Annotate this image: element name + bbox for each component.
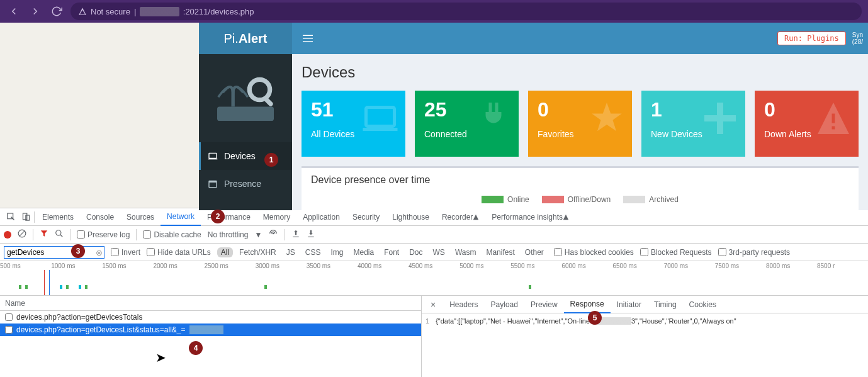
filter-type-media[interactable]: Media bbox=[349, 247, 378, 257]
devtools-tab-security[interactable]: Security bbox=[346, 208, 386, 226]
response-tab-initiator[interactable]: Initiator bbox=[611, 296, 648, 313]
response-body[interactable]: 1 {"data":[["laptop","Net - Huawei","Int… bbox=[422, 313, 868, 329]
svg-rect-11 bbox=[366, 108, 395, 127]
filter-type-css[interactable]: CSS bbox=[302, 247, 325, 257]
devtools-tab-console[interactable]: Console bbox=[80, 208, 120, 226]
blocked-requests-check[interactable]: Blocked Requests bbox=[640, 248, 712, 257]
third-party-check[interactable]: 3rd-party requests bbox=[718, 248, 790, 257]
network-timeline[interactable]: 500 ms1000 ms1500 ms2000 ms2500 ms3000 m… bbox=[0, 261, 868, 296]
network-conditions-icon[interactable] bbox=[268, 228, 278, 240]
preserve-log-check[interactable]: Preserve log bbox=[77, 230, 130, 239]
response-tab-cookies[interactable]: Cookies bbox=[683, 296, 723, 313]
request-row-selected[interactable]: devices.php?action=getDevicesList&status… bbox=[0, 324, 421, 336]
host-redacted: xxxxxxxxx bbox=[140, 7, 179, 16]
legend-offline[interactable]: Offline/Down bbox=[542, 195, 611, 204]
filter-type-manifest[interactable]: Manifest bbox=[482, 247, 518, 257]
invert-check[interactable]: Invert bbox=[111, 248, 140, 257]
svg-rect-16 bbox=[23, 213, 26, 220]
app-sidebar: Devices Presence bbox=[199, 54, 292, 210]
svg-rect-1 bbox=[303, 38, 313, 38]
filter-toggle-icon[interactable] bbox=[40, 229, 48, 240]
background-texture bbox=[0, 23, 199, 208]
laptop-icon bbox=[361, 97, 399, 147]
request-row[interactable]: devices.php?action=getDevicesTotals bbox=[0, 311, 421, 324]
stat-card[interactable]: 25Connected bbox=[415, 91, 519, 157]
browser-top-bar: Not secure | xxxxxxxxx:20211/devices.php bbox=[0, 0, 868, 23]
menu-toggle-button[interactable] bbox=[292, 33, 324, 43]
back-button[interactable] bbox=[6, 4, 21, 19]
plug-icon bbox=[475, 97, 512, 147]
devtools-tab-sources[interactable]: Sources bbox=[120, 208, 161, 226]
record-button[interactable] bbox=[4, 231, 11, 239]
router-scan-icon bbox=[211, 70, 280, 127]
devtools-tab-network[interactable]: Network bbox=[161, 208, 201, 226]
plus-icon bbox=[701, 97, 739, 147]
timeline-tick: 3000 ms bbox=[256, 262, 307, 269]
devtools-tab-application[interactable]: Application bbox=[296, 208, 346, 226]
filter-type-all[interactable]: All bbox=[217, 247, 233, 257]
security-label: Not secure bbox=[91, 7, 130, 16]
filter-type-other[interactable]: Other bbox=[521, 247, 548, 257]
request-list: Name devices.php?action=getDevicesTotals… bbox=[0, 296, 422, 377]
filter-type-font[interactable]: Font bbox=[380, 247, 403, 257]
devtools-tab-performance[interactable]: Performance bbox=[201, 208, 257, 226]
stat-card[interactable]: 1New Devices bbox=[641, 91, 745, 157]
stat-card[interactable]: 0Down Alerts bbox=[755, 91, 859, 157]
upload-har-icon[interactable] bbox=[291, 229, 300, 240]
hide-data-urls-check[interactable]: Hide data URLs bbox=[147, 248, 211, 257]
response-tab-payload[interactable]: Payload bbox=[485, 296, 524, 313]
inspect-icon[interactable] bbox=[4, 212, 18, 222]
filter-type-ws[interactable]: WS bbox=[429, 247, 449, 257]
annotation-1: 1 bbox=[264, 153, 278, 167]
timeline-tick: 4000 ms bbox=[358, 262, 409, 269]
filter-input[interactable] bbox=[4, 246, 104, 259]
timeline-tick: 6500 ms bbox=[613, 262, 664, 269]
devtools-tab-lighthouse[interactable]: Lighthouse bbox=[386, 208, 436, 226]
url-bar[interactable]: Not secure | xxxxxxxxx:20211/devices.php bbox=[70, 3, 862, 20]
response-tab-response[interactable]: Response bbox=[564, 296, 611, 313]
blocked-cookies-check[interactable]: Has blocked cookies bbox=[554, 248, 634, 257]
disable-cache-check[interactable]: Disable cache bbox=[143, 230, 201, 239]
devtools-tab-elements[interactable]: Elements bbox=[36, 208, 80, 226]
throttling-select[interactable]: No throttling bbox=[208, 230, 249, 239]
sidebar-devices-label: Devices bbox=[224, 151, 256, 161]
filter-type-doc[interactable]: Doc bbox=[405, 247, 426, 257]
app-logo[interactable]: Pi.Alert bbox=[199, 23, 292, 54]
reload-button[interactable] bbox=[49, 4, 64, 19]
forward-button[interactable] bbox=[28, 4, 43, 19]
timeline-tick: 7500 ms bbox=[715, 262, 766, 269]
clear-filter-icon[interactable]: ⊗ bbox=[96, 248, 103, 257]
close-details-icon[interactable]: × bbox=[426, 300, 441, 310]
devtools-tab-performance-insights[interactable]: Performance insights bbox=[485, 208, 575, 226]
run-plugins-button[interactable]: Run: Plugins bbox=[777, 31, 846, 45]
devtools-tab-memory[interactable]: Memory bbox=[257, 208, 296, 226]
response-tab-preview[interactable]: Preview bbox=[524, 296, 564, 313]
download-har-icon[interactable] bbox=[307, 229, 315, 240]
legend-archived[interactable]: Archived bbox=[623, 195, 679, 204]
legend-online[interactable]: Online bbox=[482, 195, 529, 204]
svg-rect-2 bbox=[303, 41, 313, 42]
filter-type-img[interactable]: Img bbox=[327, 247, 347, 257]
app-header: Pi.Alert Run: Plugins Syn(28/ bbox=[199, 23, 868, 54]
stat-card[interactable]: 51All Devices bbox=[302, 91, 405, 157]
clear-button[interactable] bbox=[18, 229, 26, 240]
timeline-tick: 500 ms bbox=[0, 262, 51, 269]
sidebar-item-presence[interactable]: Presence bbox=[199, 170, 292, 198]
stat-card[interactable]: 0Favorites bbox=[528, 91, 632, 157]
content-area: Devices 51All Devices25Connected0Favorit… bbox=[292, 54, 868, 210]
search-icon[interactable] bbox=[55, 229, 64, 240]
devtools-tab-recorder[interactable]: Recorder bbox=[436, 208, 485, 226]
response-tab-timing[interactable]: Timing bbox=[648, 296, 683, 313]
sidebar-item-devices[interactable]: Devices bbox=[199, 142, 292, 170]
request-list-header[interactable]: Name bbox=[0, 296, 421, 311]
network-toolbar: Preserve log Disable cache No throttling… bbox=[0, 226, 868, 244]
device-toggle-icon[interactable] bbox=[19, 212, 33, 222]
filter-type-fetch-xhr[interactable]: Fetch/XHR bbox=[235, 247, 280, 257]
filter-type-wasm[interactable]: Wasm bbox=[451, 247, 480, 257]
response-tab-headers[interactable]: Headers bbox=[443, 296, 484, 313]
timeline-tick: 5000 ms bbox=[459, 262, 510, 269]
devtools-panel: ElementsConsoleSourcesNetworkPerformance… bbox=[0, 208, 868, 377]
devtools-tabs: ElementsConsoleSourcesNetworkPerformance… bbox=[0, 208, 868, 226]
timeline-tick: 6000 ms bbox=[561, 262, 612, 269]
filter-type-js[interactable]: JS bbox=[283, 247, 299, 257]
